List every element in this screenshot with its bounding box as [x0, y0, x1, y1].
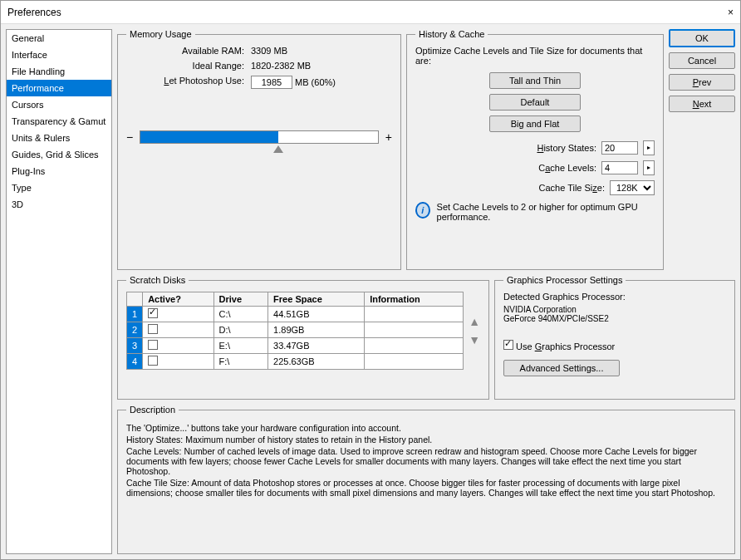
scratch-disks-group: Scratch Disks Active? Drive Free Space I…	[117, 275, 489, 400]
memory-usage-legend: Memory Usage	[126, 29, 195, 39]
cancel-button[interactable]: Cancel	[669, 52, 735, 69]
sidebar-item-interface[interactable]: Interface	[7, 47, 111, 63]
titlebar: Preferences ×	[1, 1, 740, 24]
cache-levels-input[interactable]	[601, 161, 638, 174]
sidebar-item-file-handling[interactable]: File Handling	[7, 63, 111, 80]
sidebar-item-transparency[interactable]: Transparency & Gamut	[7, 113, 111, 130]
history-states-stepper[interactable]: ▸	[643, 140, 655, 155]
scratch-disks-legend: Scratch Disks	[126, 275, 189, 285]
gpu-settings-group: Graphics Processor Settings Detected Gra…	[494, 275, 735, 400]
close-icon[interactable]: ×	[728, 7, 734, 18]
scratch-disks-table: Active? Drive Free Space Information 1C:…	[126, 292, 464, 370]
desc-line: Cache Tile Size: Amount of data Photosho…	[126, 478, 726, 498]
ideal-range-label: Ideal Range:	[126, 61, 251, 71]
advanced-settings-button[interactable]: Advanced Settings...	[503, 360, 620, 376]
detected-gpu-label: Detected Graphics Processor:	[503, 292, 726, 302]
col-drive[interactable]: Drive	[213, 292, 268, 307]
dialog-title: Preferences	[7, 7, 61, 18]
col-active[interactable]: Active?	[143, 292, 213, 307]
cache-levels-stepper[interactable]: ▸	[643, 160, 655, 175]
active-checkbox[interactable]	[148, 340, 158, 350]
sidebar-item-type[interactable]: Type	[7, 179, 111, 196]
plus-icon: +	[385, 130, 392, 144]
sidebar-item-plugins[interactable]: Plug-Ins	[7, 163, 111, 179]
memory-slider[interactable]	[140, 130, 379, 144]
active-checkbox[interactable]	[148, 308, 158, 318]
prev-button[interactable]: Prev	[669, 74, 735, 91]
cache-tile-size-select[interactable]: 128K	[610, 180, 655, 195]
available-ram-value: 3309 MB	[251, 46, 392, 56]
let-use-input[interactable]	[251, 76, 292, 89]
active-checkbox[interactable]	[148, 324, 158, 334]
description-legend: Description	[126, 405, 179, 415]
use-gpu-label: Use Graphics Processor	[516, 341, 615, 351]
sidebar-item-performance[interactable]: Performance	[7, 80, 111, 96]
info-icon: i	[415, 202, 430, 219]
memory-usage-group: Memory Usage Available RAM: 3309 MB Idea…	[117, 29, 401, 270]
preferences-dialog: Preferences × General Interface File Han…	[0, 0, 741, 560]
table-row[interactable]: 4F:\225.63GB	[127, 354, 464, 370]
gpu-settings-legend: Graphics Processor Settings	[503, 275, 626, 285]
category-sidebar: General Interface File Handling Performa…	[6, 29, 112, 554]
gpu-model: GeForce 940MX/PCIe/SSE2	[503, 314, 726, 323]
let-use-suffix: MB (60%)	[295, 77, 336, 87]
tall-thin-button[interactable]: Tall and Thin	[489, 72, 581, 89]
cache-note: Set Cache Levels to 2 or higher for opti…	[437, 202, 655, 222]
optimize-intro: Optimize Cache Levels and Tile Size for …	[415, 46, 655, 66]
sidebar-item-3d[interactable]: 3D	[7, 196, 111, 213]
description-group: Description The 'Optimize...' buttons ta…	[117, 405, 735, 554]
desc-line: The 'Optimize...' buttons take your hard…	[126, 423, 726, 433]
default-button[interactable]: Default	[489, 94, 581, 111]
use-gpu-checkbox[interactable]	[503, 340, 513, 350]
table-row[interactable]: 3E:\33.47GB	[127, 338, 464, 354]
active-checkbox[interactable]	[148, 356, 158, 366]
sidebar-item-general[interactable]: General	[7, 30, 111, 47]
col-free[interactable]: Free Space	[268, 292, 365, 307]
big-flat-button[interactable]: Big and Flat	[489, 115, 581, 132]
desc-line: Cache Levels: Number of cached levels of…	[126, 446, 726, 476]
slider-handle-icon[interactable]	[273, 145, 283, 153]
history-states-input[interactable]	[601, 141, 638, 155]
available-ram-label: Available RAM:	[126, 46, 251, 56]
next-button[interactable]: Next	[669, 96, 735, 112]
history-cache-legend: History & Cache	[415, 29, 488, 39]
slider-fill	[140, 131, 278, 143]
let-use-label: Let Photoshop Use:	[126, 76, 251, 89]
ok-button[interactable]: OK	[669, 29, 735, 47]
sidebar-item-units[interactable]: Units & Rulers	[7, 130, 111, 146]
table-row[interactable]: 2D:\1.89GB	[127, 322, 464, 338]
sidebar-item-cursors[interactable]: Cursors	[7, 96, 111, 113]
minus-icon: −	[126, 130, 133, 144]
desc-line: History States: Maximum number of histor…	[126, 435, 726, 445]
sidebar-item-guides[interactable]: Guides, Grid & Slices	[7, 146, 111, 163]
ideal-range-value: 1820-2382 MB	[251, 61, 392, 71]
history-cache-group: History & Cache Optimize Cache Levels an…	[406, 29, 664, 270]
history-states-label: History States:	[537, 143, 596, 153]
col-info[interactable]: Information	[365, 292, 464, 307]
move-down-icon[interactable]: ▼	[469, 333, 480, 346]
move-up-icon[interactable]: ▲	[469, 315, 480, 328]
table-row[interactable]: 1C:\44.51GB	[127, 307, 464, 322]
cache-tile-size-label: Cache Tile Size:	[539, 183, 606, 193]
gpu-vendor: NVIDIA Corporation	[503, 305, 726, 314]
cache-levels-label: Cache Levels:	[538, 163, 596, 173]
